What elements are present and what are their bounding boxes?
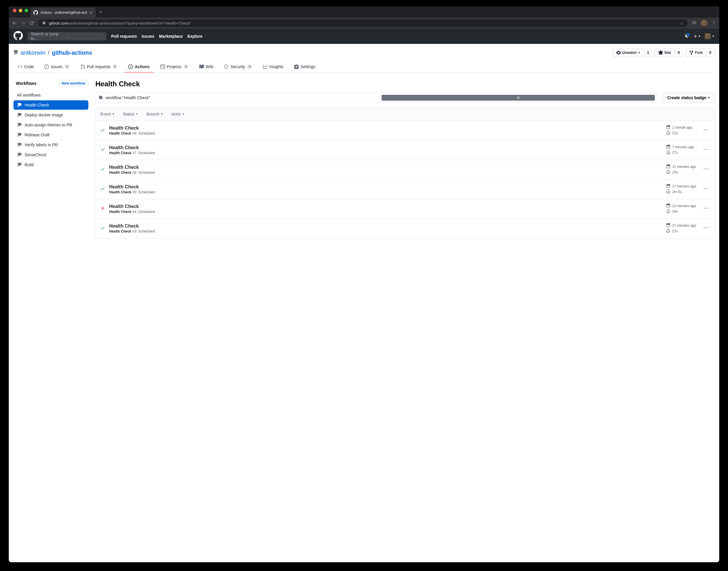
minimize-window-button[interactable] <box>19 9 22 12</box>
github-search-input[interactable]: Search or jump to… / <box>27 32 106 40</box>
github-nav: Pull requests Issues Marketplace Explore <box>111 34 203 39</box>
nav-marketplace[interactable]: Marketplace <box>159 34 183 39</box>
window-controls <box>12 9 30 15</box>
reload-button[interactable] <box>29 21 34 26</box>
search-placeholder: Search or jump to… <box>31 31 65 41</box>
repo-title: antkorwin / github-actions <box>13 49 92 56</box>
repo-header: antkorwin / github-actions Unwatch ▼ 1 S… <box>9 44 364 73</box>
tab-strip: Actions · antkorwin/github-acti ✕ + <box>9 6 364 17</box>
check-icon <box>100 167 105 173</box>
filter-branch[interactable]: Branch ▼ <box>146 112 163 116</box>
tab-issues[interactable]: Issues0 <box>40 62 74 73</box>
run-subtitle: Health Check #5: Scheduled <box>109 190 364 194</box>
close-window-button[interactable] <box>13 9 16 12</box>
run-row[interactable]: Health CheckHealth Check #5: Scheduled17… <box>96 180 364 199</box>
run-subtitle: Health Check #8: Scheduled <box>109 131 364 135</box>
run-title: Health Check <box>109 223 364 229</box>
run-row[interactable]: Health CheckHealth Check #7: Scheduled7 … <box>96 140 364 160</box>
sidebar-workflow-item[interactable]: Auto-assign themes to PR <box>13 120 88 130</box>
run-subtitle: Health Check #6: Scheduled <box>109 170 364 175</box>
sidebar-workflow-item[interactable]: Verify labels in PR <box>13 140 88 149</box>
run-row[interactable]: Health CheckHealth Check #4: Scheduled22… <box>96 199 364 219</box>
new-tab-button[interactable]: + <box>96 9 106 15</box>
sidebar-item-label: Verify labels in PR <box>25 142 58 147</box>
page-title: Health Check <box>95 80 364 88</box>
maximize-window-button[interactable] <box>25 9 28 12</box>
filter-event[interactable]: Event ▼ <box>100 112 115 116</box>
tab-wiki[interactable]: Wiki <box>195 62 217 73</box>
run-info: Health CheckHealth Check #8: Scheduled <box>109 125 364 135</box>
url-text: github.com/antkorwin/github-actions/acti… <box>49 21 364 25</box>
url-field[interactable]: github.com/antkorwin/github-actions/acti… <box>38 19 364 27</box>
search-icon <box>99 95 103 100</box>
github-header: Search or jump to… / Pull requests Issue… <box>9 29 364 44</box>
run-subtitle: Health Check #3: Scheduled <box>109 229 364 233</box>
check-icon <box>100 147 105 153</box>
sidebar-workflow-item[interactable]: Deploy docker image <box>13 110 88 120</box>
run-row[interactable]: Health CheckHealth Check #8: Scheduled1 … <box>96 121 364 140</box>
run-info: Health CheckHealth Check #3: Scheduled <box>109 223 364 233</box>
filter-actor[interactable]: Actor ▼ <box>172 112 185 116</box>
sidebar-title: Workflows <box>16 81 36 86</box>
runs-filters: Event ▼ Status ▼ Branch ▼ Actor ▼ <box>96 108 364 121</box>
tab-insights[interactable]: Insights <box>259 62 288 73</box>
sidebar-workflow-item[interactable]: SonarCloud <box>13 150 88 159</box>
run-title: Health Check <box>109 204 364 209</box>
github-favicon-icon <box>33 10 38 15</box>
sidebar-all-workflows[interactable]: All workflows <box>13 90 88 100</box>
sidebar-workflow-item[interactable]: Release Draft <box>13 130 88 139</box>
filter-status[interactable]: Status ▼ <box>123 112 138 116</box>
run-row[interactable]: Health CheckHealth Check #6: Scheduled12… <box>96 160 364 180</box>
close-tab-button[interactable]: ✕ <box>89 10 93 15</box>
workflow-filter-input[interactable]: workflow:"Health Check" ✕ <box>95 93 364 103</box>
sidebar-item-label: Release Draft <box>25 132 50 137</box>
lock-icon <box>42 21 46 25</box>
repo-owner-link[interactable]: antkorwin <box>20 49 45 56</box>
slash-key-icon: / <box>65 34 103 38</box>
tab-projects[interactable]: Projects0 <box>156 62 193 73</box>
browser-chrome: Actions · antkorwin/github-acti ✕ + gith… <box>9 6 364 29</box>
github-logo-icon[interactable] <box>13 31 23 41</box>
tab-settings[interactable]: Settings <box>290 62 320 73</box>
forward-button[interactable] <box>20 20 26 26</box>
tab-security[interactable]: Security0 <box>220 62 256 73</box>
x-icon <box>100 206 105 212</box>
run-row[interactable]: Health CheckHealth Check #3: Scheduled27… <box>96 219 364 238</box>
content: Workflows New workflow All workflows Hea… <box>9 73 364 245</box>
runs-box: Event ▼ Status ▼ Branch ▼ Actor ▼ Health… <box>95 107 364 238</box>
run-info: Health CheckHealth Check #6: Scheduled <box>109 165 364 175</box>
back-button[interactable] <box>12 20 17 26</box>
sidebar-item-label: Deploy docker image <box>25 113 63 117</box>
main: Health Check workflow:"Health Check" ✕ C… <box>95 80 364 238</box>
run-subtitle: Health Check #4: Scheduled <box>109 210 364 214</box>
tab-pull-requests[interactable]: Pull requests0 <box>76 62 122 73</box>
workflows-sidebar: Workflows New workflow All workflows Hea… <box>13 80 88 238</box>
sidebar-item-label: Health Check <box>25 103 49 107</box>
new-workflow-button[interactable]: New workflow <box>59 80 88 87</box>
run-title: Health Check <box>109 184 364 190</box>
tab-actions[interactable]: Actions <box>124 62 153 73</box>
nav-explore[interactable]: Explore <box>187 34 202 39</box>
check-icon <box>100 186 105 192</box>
run-subtitle: Health Check #7: Scheduled <box>109 151 364 155</box>
browser-tab[interactable]: Actions · antkorwin/github-acti ✕ <box>30 8 96 17</box>
sidebar-item-label: Build <box>25 162 34 167</box>
nav-pull-requests[interactable]: Pull requests <box>111 34 137 39</box>
check-icon <box>100 226 105 231</box>
run-title: Health Check <box>109 165 364 170</box>
repo-name-link[interactable]: github-actions <box>52 49 92 56</box>
run-info: Health CheckHealth Check #4: Scheduled <box>109 204 364 214</box>
sidebar-workflow-item[interactable]: Health Check <box>13 100 88 110</box>
check-icon <box>100 128 105 133</box>
run-info: Health CheckHealth Check #7: Scheduled <box>109 145 364 155</box>
nav-issues[interactable]: Issues <box>142 34 154 39</box>
tab-code[interactable]: Code <box>13 62 38 73</box>
sidebar-item-label: Auto-assign themes to PR <box>25 123 72 127</box>
repo-icon <box>13 49 18 56</box>
filter-value: workflow:"Health Check" <box>106 95 364 100</box>
address-bar: github.com/antkorwin/github-actions/acti… <box>9 17 364 29</box>
repo-tabs: Code Issues0 Pull requests0 Actions Proj… <box>13 62 364 73</box>
run-info: Health CheckHealth Check #5: Scheduled <box>109 184 364 194</box>
sidebar-workflow-item[interactable]: Build <box>13 160 88 169</box>
tab-title: Actions · antkorwin/github-acti <box>40 11 87 15</box>
